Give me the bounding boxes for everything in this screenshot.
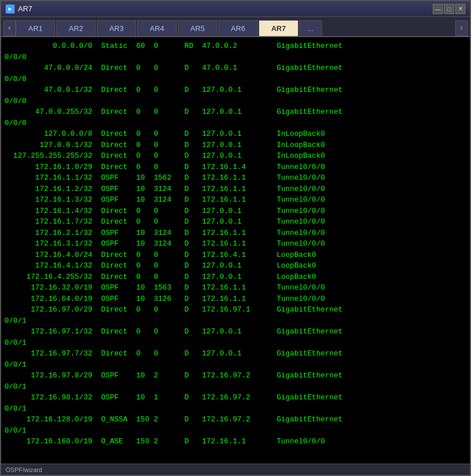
list-item: 172.16.97.8/29 OSPF 10 2 D 172.16.97.2 G… xyxy=(5,370,466,381)
main-window: ▶ AR7 — □ ✕ ‹ AR1 AR2 AR3 AR4 AR5 AR6 AR… xyxy=(0,0,471,476)
close-button[interactable]: ✕ xyxy=(455,4,465,14)
list-item: 172.16.160.0/19 O_ASE 150 2 D 172.16.1.1… xyxy=(5,436,466,447)
list-item: 0/0/1 xyxy=(5,381,466,393)
tab-more[interactable]: ... xyxy=(299,20,322,36)
list-item: 172.16.1.3/32 OSPF 10 3124 D 172.16.1.1 … xyxy=(5,194,466,206)
list-item: 47.0.0.255/32 Direct 0 0 D 127.0.0.1 Gig… xyxy=(5,106,466,118)
list-item: 172.16.4.255/32 Direct 0 0 D 127.0.0.1 L… xyxy=(5,272,466,283)
route-table: 0.0.0.0/0 Static 60 0 RD 47.0.0.2 Gigabi… xyxy=(2,39,469,448)
list-item: 0/0/1 xyxy=(5,337,466,349)
list-item: 172.16.4.1/32 Direct 0 0 D 127.0.0.1 Loo… xyxy=(5,260,466,272)
list-item: 172.16.1.1/32 OSPF 10 1562 D 172.16.1.1 … xyxy=(5,172,466,184)
content-area[interactable]: 0.0.0.0/0 Static 60 0 RD 47.0.0.2 Gigabi… xyxy=(1,37,470,464)
tab-ar1[interactable]: AR1 xyxy=(16,20,55,36)
list-item: 172.16.1.4/32 Direct 0 0 D 127.0.0.1 Tun… xyxy=(5,206,466,217)
tab-ar4[interactable]: AR4 xyxy=(137,20,177,36)
list-item: 172.16.98.1/32 OSPF 10 1 D 172.16.97.2 G… xyxy=(5,392,466,403)
status-bar: OSPF/wizard xyxy=(1,464,470,475)
list-item: 0/0/1 xyxy=(5,359,466,371)
list-item: 172.16.1.0/29 Direct 0 0 D 172.16.1.4 Tu… xyxy=(5,162,466,173)
list-item: 172.16.3.1/32 OSPF 10 3124 D 172.16.1.1 … xyxy=(5,238,466,250)
maximize-button[interactable]: □ xyxy=(444,4,454,14)
list-item: 172.16.1.2/32 OSPF 10 3124 D 172.16.1.1 … xyxy=(5,184,466,195)
tab-ar5[interactable]: AR5 xyxy=(178,20,217,36)
list-item: 172.16.97.0/29 Direct 0 0 D 172.16.97.1 … xyxy=(5,304,466,315)
list-item: 47.0.0.0/24 Direct 0 0 D 47.0.0.1 Gigabi… xyxy=(5,63,466,74)
app-icon: ▶ xyxy=(6,5,15,14)
list-item: 0/0/0 xyxy=(5,52,466,63)
tab-next-button[interactable]: › xyxy=(455,20,468,36)
list-item: 172.16.1.7/32 Direct 0 0 D 127.0.0.1 Tun… xyxy=(5,216,466,228)
list-item: 127.0.0.1/32 Direct 0 0 D 127.0.0.1 InLo… xyxy=(5,140,466,151)
list-item: 0/0/1 xyxy=(5,315,466,327)
list-item: 127.0.0.0/8 Direct 0 0 D 127.0.0.1 InLoo… xyxy=(5,128,466,140)
tabs-container: AR1 AR2 AR3 AR4 AR5 AR6 AR7 ... xyxy=(16,20,455,36)
list-item: 172.16.128.0/19 O_NSSA 150 2 D 172.16.97… xyxy=(5,414,466,425)
list-item: 172.16.64.0/19 OSPF 10 3126 D 172.16.1.1… xyxy=(5,293,466,305)
list-item: 172.16.2.1/32 OSPF 10 3124 D 172.16.1.1 … xyxy=(5,228,466,239)
list-item: 172.16.32.0/19 OSPF 10 1563 D 172.16.1.1… xyxy=(5,282,466,293)
tab-bar: ‹ AR1 AR2 AR3 AR4 AR5 AR6 AR7 ... › xyxy=(1,17,470,37)
tab-prev-button[interactable]: ‹ xyxy=(3,20,16,36)
tab-ar2[interactable]: AR2 xyxy=(56,20,96,36)
list-item: 0/0/1 xyxy=(5,425,466,437)
list-item: 0/0/1 xyxy=(5,403,466,415)
list-item: 0/0/0 xyxy=(5,118,466,129)
window-title: AR7 xyxy=(18,5,433,13)
status-text: OSPF/wizard xyxy=(6,466,42,473)
list-item: 172.16.4.0/24 Direct 0 0 D 172.16.4.1 Lo… xyxy=(5,250,466,261)
list-item: 0/0/0 xyxy=(5,74,466,85)
tab-ar7[interactable]: AR7 xyxy=(259,20,298,36)
list-item: 0.0.0.0/0 Static 60 0 RD 47.0.0.2 Gigabi… xyxy=(5,41,466,52)
list-item: 172.16.97.1/32 Direct 0 0 D 127.0.0.1 Gi… xyxy=(5,326,466,337)
title-bar: ▶ AR7 — □ ✕ xyxy=(1,1,470,17)
tab-ar6[interactable]: AR6 xyxy=(218,20,258,36)
minimize-button[interactable]: — xyxy=(433,4,443,14)
list-item: 127.255.255.255/32 Direct 0 0 D 127.0.0.… xyxy=(5,150,466,162)
list-item: 47.0.0.1/32 Direct 0 0 D 127.0.0.1 Gigab… xyxy=(5,84,466,96)
list-item: 0/0/0 xyxy=(5,96,466,107)
list-item: 172.16.97.7/32 Direct 0 0 D 127.0.0.1 Gi… xyxy=(5,348,466,359)
tab-ar3[interactable]: AR3 xyxy=(97,20,136,36)
window-controls: — □ ✕ xyxy=(433,4,465,14)
